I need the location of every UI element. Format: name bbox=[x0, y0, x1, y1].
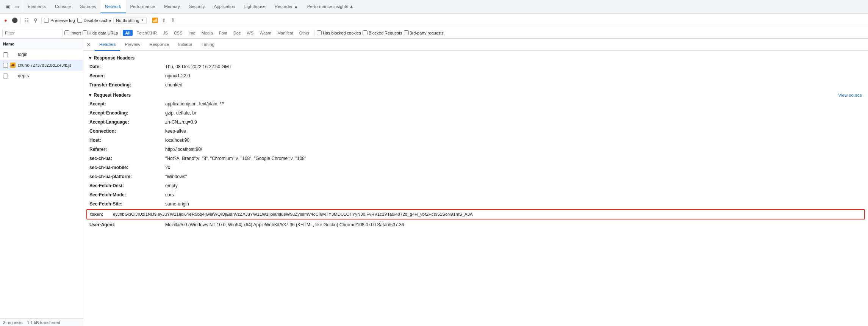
header-value-sec-mode: cors bbox=[165, 191, 174, 198]
header-row: Server: nginx/1.22.0 bbox=[83, 71, 868, 80]
device-icon[interactable]: ▭ bbox=[13, 3, 20, 11]
header-row: Sec-Fetch-Mode: cors bbox=[83, 190, 868, 199]
download-icon[interactable]: ⇩ bbox=[170, 17, 177, 24]
list-item[interactable]: login bbox=[0, 49, 83, 60]
sub-tab-response[interactable]: Response bbox=[145, 39, 174, 51]
transferred-size: 1.1 kB transferred bbox=[27, 320, 60, 324]
header-row: sec-ch-ua: "Not?A_Brand";v="8", "Chromiu… bbox=[83, 154, 868, 163]
list-item[interactable]: JS chunk-72737d32.0d1c43fb.js bbox=[0, 60, 83, 71]
list-item[interactable]: depts bbox=[0, 71, 83, 81]
header-value-sec-platform: "Windows" bbox=[165, 173, 187, 180]
tab-lighthouse[interactable]: Lighthouse bbox=[240, 0, 270, 13]
name-column-header: Name bbox=[0, 39, 83, 49]
header-value-accept-lang: zh-CN,zh;q=0.9 bbox=[165, 119, 197, 125]
type-fetch-button[interactable]: Fetch/XHR bbox=[134, 30, 159, 36]
type-js-button[interactable]: JS bbox=[161, 30, 170, 36]
close-panel-button[interactable]: ✕ bbox=[85, 41, 92, 49]
sub-tab-headers[interactable]: Headers bbox=[95, 39, 120, 51]
type-all-button[interactable]: All bbox=[123, 30, 133, 36]
token-header-name: token: bbox=[90, 211, 113, 218]
record-button[interactable]: ● bbox=[2, 17, 9, 24]
invert-checkbox[interactable]: Invert bbox=[64, 30, 81, 35]
type-media-button[interactable]: Media bbox=[199, 30, 215, 36]
header-value-sec-dest: empty bbox=[165, 182, 178, 189]
header-row: Host: localhost:90 bbox=[83, 136, 868, 145]
sub-tab-bar: ✕ Headers Preview Response Initiator Tim… bbox=[83, 39, 868, 51]
header-name-sec-site: Sec-Fetch-Site: bbox=[89, 201, 165, 207]
disable-cache-checkbox[interactable]: Disable cache bbox=[77, 18, 111, 23]
inspect-icon[interactable]: ▣ bbox=[4, 3, 11, 11]
clear-button[interactable]: ⚫ bbox=[11, 17, 18, 24]
throttle-label: No throttling bbox=[116, 18, 139, 23]
header-row: sec-ch-ua-mobile: ?0 bbox=[83, 163, 868, 172]
header-value-host: localhost:90 bbox=[165, 137, 189, 144]
tab-elements[interactable]: Elements bbox=[23, 0, 50, 13]
item-checkbox-chunk[interactable] bbox=[3, 63, 8, 68]
js-file-icon: JS bbox=[10, 63, 16, 68]
tab-performance-insights[interactable]: Performance insights ▲ bbox=[303, 0, 358, 13]
header-value-sec-mobile: ?0 bbox=[165, 164, 170, 171]
main-area: Name login JS chunk-72737d32.0d1c43fb.js… bbox=[0, 39, 868, 324]
disable-cache-input[interactable] bbox=[77, 18, 82, 23]
status-bar: 3 requests 1.1 kB transferred bbox=[0, 318, 83, 324]
search-icon[interactable]: ⚲ bbox=[32, 17, 39, 24]
type-img-button[interactable]: Img bbox=[186, 30, 198, 36]
tab-performance[interactable]: Performance bbox=[126, 0, 160, 13]
tab-recorder[interactable]: Recorder ▲ bbox=[270, 0, 303, 13]
header-name-sec-mobile: sec-ch-ua-mobile: bbox=[89, 164, 165, 171]
type-wasm-button[interactable]: Wasm bbox=[257, 30, 274, 36]
header-name-sec-ch-ua: sec-ch-ua: bbox=[89, 155, 165, 162]
header-value-accept-enc: gzip, deflate, br bbox=[165, 110, 196, 116]
header-row: Sec-Fetch-Dest: empty bbox=[83, 181, 868, 190]
invert-input[interactable] bbox=[64, 30, 69, 35]
throttle-dropdown[interactable]: No throttling ▼ bbox=[113, 17, 147, 24]
file-name-login: login bbox=[18, 52, 27, 57]
tab-sources[interactable]: Sources bbox=[75, 0, 100, 13]
blocked-cookies-input[interactable] bbox=[317, 30, 322, 35]
blocked-requests-input[interactable] bbox=[363, 30, 368, 35]
third-party-input[interactable] bbox=[404, 30, 409, 35]
tab-security[interactable]: Security bbox=[185, 0, 210, 13]
hide-data-urls-label: Hide data URLs bbox=[89, 31, 118, 35]
blocked-requests-checkbox[interactable]: Blocked Requests bbox=[363, 30, 402, 35]
tab-network[interactable]: Network bbox=[100, 0, 125, 13]
type-font-button[interactable]: Font bbox=[217, 30, 230, 36]
wifi-icon[interactable]: 📶 bbox=[152, 17, 158, 24]
third-party-checkbox[interactable]: 3rd-party requests bbox=[404, 30, 444, 35]
view-source-button[interactable]: View source bbox=[838, 93, 862, 97]
third-party-label: 3rd-party requests bbox=[410, 31, 444, 35]
blocked-cookies-checkbox[interactable]: Has blocked cookies bbox=[317, 30, 361, 35]
response-section-label: ▼ Response Headers bbox=[88, 55, 135, 61]
type-other-button[interactable]: Other bbox=[297, 30, 312, 36]
response-headers-title: ▼ Response Headers bbox=[88, 55, 135, 61]
requests-count: 3 requests bbox=[3, 320, 22, 324]
header-row: Accept: application/json, text/plain, */… bbox=[83, 99, 868, 108]
type-manifest-button[interactable]: Manifest bbox=[275, 30, 296, 36]
tab-application[interactable]: Application bbox=[209, 0, 239, 13]
header-name-accept: Accept: bbox=[89, 100, 165, 107]
filter-input[interactable] bbox=[2, 29, 63, 37]
headers-panel: ✕ Headers Preview Response Initiator Tim… bbox=[83, 39, 868, 324]
filter-icon[interactable]: ☷ bbox=[23, 17, 30, 24]
preserve-log-input[interactable] bbox=[44, 18, 49, 23]
preserve-log-checkbox[interactable]: Preserve log bbox=[44, 18, 75, 23]
header-name-user-agent: User-Agent: bbox=[89, 221, 165, 228]
item-checkbox-depts[interactable] bbox=[3, 74, 8, 78]
header-row: User-Agent: Mozilla/5.0 (Windows NT 10.0… bbox=[83, 220, 868, 229]
sub-tab-timing[interactable]: Timing bbox=[197, 39, 219, 51]
sub-tab-initiator[interactable]: Initiator bbox=[174, 39, 197, 51]
tab-memory[interactable]: Memory bbox=[160, 0, 185, 13]
header-row: Accept-Language: zh-CN,zh;q=0.9 bbox=[83, 118, 868, 127]
type-css-button[interactable]: CSS bbox=[172, 30, 185, 36]
toolbar-divider-3 bbox=[149, 17, 149, 24]
request-section-label: ▼ Request Headers bbox=[88, 92, 131, 98]
type-doc-button[interactable]: Doc bbox=[231, 30, 243, 36]
sub-tab-preview[interactable]: Preview bbox=[120, 39, 145, 51]
tab-console[interactable]: Console bbox=[50, 0, 75, 13]
type-ws-button[interactable]: WS bbox=[244, 30, 256, 36]
item-checkbox-login[interactable] bbox=[3, 52, 8, 57]
upload-icon[interactable]: ⇧ bbox=[161, 17, 167, 24]
header-row: Sec-Fetch-Site: same-origin bbox=[83, 199, 868, 208]
hide-data-urls-checkbox[interactable]: Hide data URLs bbox=[83, 30, 118, 35]
hide-data-urls-input[interactable] bbox=[83, 30, 88, 35]
